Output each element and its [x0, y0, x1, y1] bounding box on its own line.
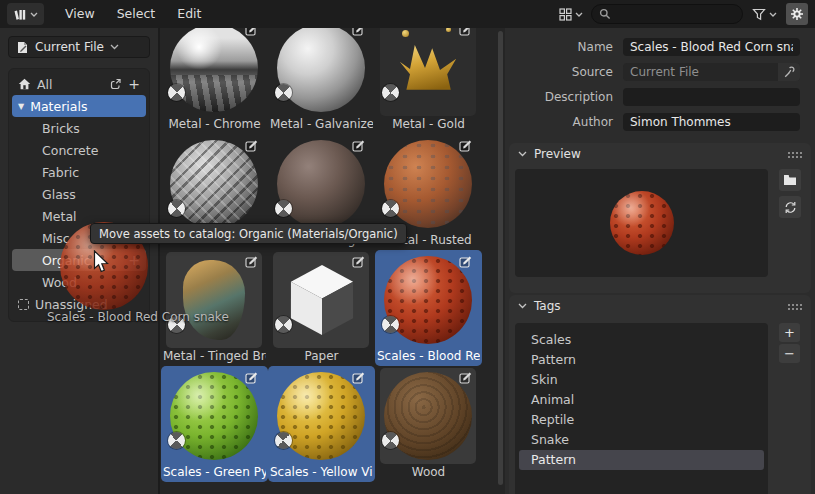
tags-panel-title: Tags [534, 299, 561, 313]
panel-drag-handle[interactable] [787, 303, 802, 310]
display-size-button[interactable] [559, 8, 583, 21]
asset-tile-metal-tinged-bronze[interactable]: Metal - Tinged Bro... [161, 250, 268, 366]
header-bar: View Select Edit [0, 0, 815, 28]
asset-name: Metal - Gold [377, 117, 480, 132]
preview-image [515, 169, 768, 277]
filter-funnel-icon [752, 8, 766, 21]
asset-name: Scales - Green Pyt... [163, 465, 266, 480]
edit-asset-icon [459, 371, 473, 385]
filter-button[interactable] [752, 8, 777, 21]
asset-tile-paper[interactable]: Paper [268, 250, 375, 366]
catalog-all[interactable]: All + [12, 73, 146, 95]
catalog-fabric[interactable]: Fabric [12, 161, 146, 183]
catalog-label: Bricks [42, 121, 80, 136]
asset-thumbnail [273, 136, 369, 232]
chevron-down-icon [30, 12, 38, 17]
chevron-down-icon [518, 151, 527, 157]
catalog-label: Concrete [42, 143, 98, 158]
asset-name: Wood [377, 465, 480, 480]
menu-select[interactable]: Select [106, 0, 167, 28]
edit-asset-icon [245, 255, 259, 269]
gear-icon [790, 7, 804, 21]
blender-asset-browser-window: View Select Edit [0, 0, 815, 494]
drag-tooltip: Move assets to catalog: Organic (Materia… [90, 223, 407, 244]
source-value: Current File [623, 65, 778, 79]
asset-grid: Metal - Chrome Metal - Galvanized Metal … [160, 28, 505, 494]
asset-details-region: Name Source Current File Description Aut… [505, 28, 815, 494]
asset-name: Metal - Tinged Bro... [163, 349, 266, 364]
tag-row[interactable]: Snake [519, 430, 764, 450]
catalog-bricks[interactable]: Bricks [12, 117, 146, 139]
asset-tile-scales-green-python[interactable]: Scales - Green Pyt... [161, 366, 268, 482]
tag-row[interactable]: Pattern [519, 350, 764, 370]
edit-asset-icon [352, 371, 366, 385]
asset-library-select[interactable]: Current File [8, 36, 150, 58]
catalog-glass[interactable]: Glass [12, 183, 146, 205]
tag-row-selected[interactable]: Pattern [519, 450, 764, 470]
chevron-down-icon [575, 12, 583, 17]
add-catalog-arrow-icon[interactable] [110, 78, 123, 90]
grid-scrollbar[interactable] [498, 31, 503, 485]
catalog-concrete[interactable]: Concrete [12, 139, 146, 161]
search-input[interactable] [616, 7, 766, 21]
asset-thumbnail [166, 252, 262, 348]
load-custom-preview-button[interactable] [779, 169, 801, 191]
tag-row[interactable]: Animal [519, 390, 764, 410]
search-icon [599, 8, 611, 20]
tag-row[interactable]: Reptile [519, 410, 764, 430]
refresh-preview-button[interactable] [779, 196, 801, 218]
asset-thumbnail [380, 28, 476, 116]
edit-asset-icon [459, 139, 473, 153]
preview-panel-header[interactable]: Preview [509, 143, 811, 165]
unassigned-icon [18, 299, 29, 310]
asset-library-value: Current File [35, 40, 104, 54]
editor-type-button[interactable] [7, 3, 44, 25]
asset-thumbnail [380, 252, 476, 348]
asset-name: Scales - Blood Red... [377, 349, 480, 364]
asset-name: Metal - Chrome [163, 117, 266, 132]
edit-asset-icon [245, 139, 259, 153]
asset-tile-wood[interactable]: Wood [375, 366, 482, 482]
asset-name: Metal - Galvanized [270, 117, 373, 132]
tags-panel-header[interactable]: Tags [509, 295, 811, 317]
asset-tile-metal-galvanized[interactable]: Metal - Galvanized [268, 28, 375, 134]
author-field-label: Author [505, 115, 623, 129]
preview-sphere [610, 191, 674, 255]
asset-name: Scales - Yellow Vip... [270, 465, 373, 480]
asset-tile-metal-gold[interactable]: Metal - Gold [375, 28, 482, 134]
description-field[interactable] [623, 88, 800, 106]
settings-button[interactable] [786, 3, 808, 25]
tag-row[interactable]: Scales [519, 330, 764, 350]
tools-button[interactable] [778, 63, 800, 81]
author-field[interactable] [623, 113, 800, 131]
catalog-label: Fabric [42, 165, 79, 180]
asset-tile-scales-yellow-viper[interactable]: Scales - Yellow Vip... [268, 366, 375, 482]
new-catalog-plus-icon[interactable]: + [128, 77, 140, 91]
asset-thumbnail [273, 28, 369, 116]
name-field[interactable] [623, 38, 800, 56]
menu-view[interactable]: View [54, 0, 106, 28]
grid-view-icon [559, 8, 572, 21]
panel-drag-handle[interactable] [787, 151, 802, 158]
catalog-materials[interactable]: ▼ Materials [12, 95, 146, 117]
edit-asset-icon [459, 255, 473, 269]
material-icon [378, 80, 402, 104]
home-icon [18, 78, 31, 90]
menu-edit[interactable]: Edit [166, 0, 212, 28]
asset-tile-scales-blood-red[interactable]: Scales - Blood Red... [375, 250, 482, 366]
name-field-label: Name [505, 40, 623, 54]
asset-thumbnail [166, 136, 262, 232]
add-tag-button[interactable]: + [779, 323, 800, 342]
folder-icon [783, 174, 797, 186]
refresh-icon [784, 201, 797, 214]
asset-tile-metal-chrome[interactable]: Metal - Chrome [161, 28, 268, 134]
asset-thumbnail [273, 368, 369, 464]
search-field[interactable] [591, 4, 743, 24]
description-field-label: Description [505, 90, 623, 104]
asset-thumbnail [166, 368, 262, 464]
remove-tag-button[interactable]: − [779, 344, 800, 363]
dragged-asset-label: Scales - Blood Red Corn snake [47, 310, 229, 324]
disclosure-triangle-icon[interactable]: ▼ [18, 102, 24, 111]
tag-row[interactable]: Skin [519, 370, 764, 390]
edit-asset-icon [352, 139, 366, 153]
